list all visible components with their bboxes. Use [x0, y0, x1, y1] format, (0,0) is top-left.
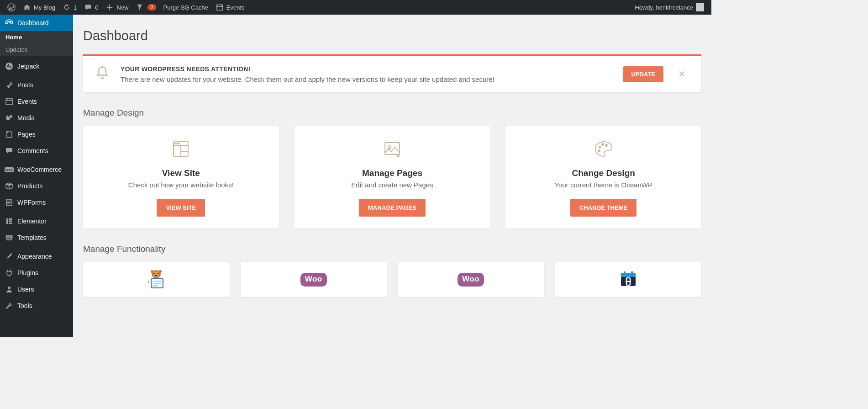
card-title: View Site — [92, 168, 270, 178]
sidebar-item-plugins[interactable]: Plugins — [0, 265, 73, 281]
sidebar-item-dashboard[interactable]: Dashboard — [0, 15, 73, 31]
events-link[interactable]: Events — [212, 0, 248, 15]
wpforms-mascot-icon — [145, 269, 168, 291]
sidebar-item-pages[interactable]: Pages — [0, 126, 73, 143]
purge-cache-link[interactable]: Purge SG Cache — [160, 0, 212, 15]
svg-point-10 — [8, 287, 11, 289]
wp-logo[interactable] — [4, 0, 19, 15]
svg-rect-33 — [621, 273, 636, 277]
events-calendar-icon — [619, 270, 637, 290]
close-icon[interactable]: ✕ — [673, 69, 690, 80]
sidebar-item-woocommerce[interactable]: woo WooCommerce — [0, 161, 73, 178]
pin-icon — [5, 80, 14, 90]
refresh-icon — [63, 3, 71, 11]
functionality-section-title: Manage Functionality — [83, 244, 701, 254]
image-icon — [304, 138, 481, 162]
svg-rect-9 — [9, 223, 12, 224]
card-change-design: Change Design Your current theme is Ocea… — [505, 126, 701, 228]
sidebar-item-events[interactable]: Events — [0, 93, 73, 110]
func-card-woo-2[interactable]: Woo — [398, 262, 544, 297]
page-icon — [5, 130, 14, 139]
func-card-events-calendar[interactable] — [555, 262, 702, 297]
svg-rect-35 — [631, 271, 633, 274]
svg-point-24 — [158, 273, 159, 275]
woo-logo-icon: Woo — [458, 273, 484, 287]
card-desc: Your current theme is OceanWP — [515, 181, 692, 189]
svg-rect-7 — [9, 218, 12, 220]
svg-rect-34 — [624, 271, 626, 274]
view-site-button[interactable]: VIEW SITE — [157, 199, 205, 217]
site-name: My Blog — [34, 4, 55, 11]
sidebar-item-comments[interactable]: Comments — [0, 143, 73, 159]
svg-point-12 — [175, 143, 176, 144]
svg-rect-15 — [385, 143, 400, 154]
plus-icon — [105, 3, 114, 11]
howdy-text: Howdy, henkfreelance — [635, 4, 693, 11]
admin-bar: My Blog 1 0 New 2 Purge SG Cache Events … — [0, 0, 711, 15]
jetpack-icon — [5, 62, 14, 71]
updates-count: 1 — [74, 4, 77, 11]
svg-point-25 — [155, 275, 157, 276]
svg-rect-30 — [153, 283, 162, 284]
media-icon — [5, 113, 14, 122]
calendar-icon — [216, 3, 224, 11]
user-icon — [5, 285, 14, 294]
admin-sidebar: Dashboard Home Updates Jetpack Posts Eve… — [0, 15, 73, 337]
woo-icon: woo — [5, 165, 14, 174]
bell-icon — [94, 65, 110, 83]
account-link[interactable]: Howdy, henkfreelance — [631, 0, 708, 15]
comments-link[interactable]: 0 — [80, 0, 102, 15]
svg-point-13 — [177, 143, 178, 144]
change-theme-button[interactable]: CHANGE THEME — [570, 199, 637, 217]
manage-pages-button[interactable]: MANAGE PAGES — [359, 199, 426, 217]
svg-point-2 — [5, 63, 13, 70]
dashboard-icon — [5, 18, 14, 27]
new-link[interactable]: New — [102, 0, 132, 15]
sidebar-item-products[interactable]: Products — [0, 178, 73, 194]
brush-icon — [5, 252, 14, 261]
func-card-woo-1[interactable]: Woo — [241, 262, 387, 297]
yoast-link[interactable]: 2 — [132, 0, 159, 15]
site-link[interactable]: My Blog — [19, 0, 59, 15]
yoast-icon — [136, 3, 144, 11]
wordpress-icon — [7, 3, 16, 11]
sidebar-item-tools[interactable]: Tools — [0, 297, 73, 314]
svg-rect-8 — [9, 221, 12, 222]
card-view-site: View Site Check out how your website loo… — [83, 126, 279, 228]
svg-point-4 — [10, 115, 12, 118]
sidebar-item-wpforms[interactable]: WPForms — [0, 194, 73, 211]
notice-message: YOUR WORDPRESS NEEDS ATTENTION! There ar… — [121, 65, 613, 83]
page-title: Dashboard — [83, 28, 701, 43]
svg-point-14 — [179, 143, 179, 144]
functionality-cards: Woo Woo — [83, 262, 701, 297]
sidebar-item-users[interactable]: Users — [0, 281, 73, 297]
sidebar-item-jetpack[interactable]: Jetpack — [0, 58, 73, 74]
sidebar-item-media[interactable]: Media — [0, 110, 73, 126]
sidebar-item-posts[interactable]: Posts — [0, 77, 73, 93]
updates-link[interactable]: 1 — [59, 0, 80, 15]
func-card-wpforms[interactable] — [83, 262, 230, 297]
sidebar-item-templates[interactable]: Templates — [0, 229, 73, 246]
sidebar-item-elementor[interactable]: Elementor — [0, 213, 73, 229]
sidebar-item-appearance[interactable]: Appearance — [0, 248, 73, 265]
sidebar-subitem-updates[interactable]: Updates — [0, 43, 73, 56]
update-button[interactable]: UPDATE — [623, 66, 663, 82]
events-label: Events — [226, 4, 245, 11]
products-icon — [5, 181, 14, 191]
yoast-badge: 2 — [147, 4, 156, 11]
sidebar-label: Dashboard — [17, 19, 49, 27]
notice-heading: YOUR WORDPRESS NEEDS ATTENTION! — [121, 65, 613, 73]
sidebar-subitem-home[interactable]: Home — [0, 31, 73, 43]
new-label: New — [116, 4, 128, 11]
card-manage-pages: Manage Pages Edit and create new Pages M… — [295, 126, 490, 228]
comments-count: 0 — [95, 4, 98, 11]
card-desc: Edit and create new Pages — [304, 181, 481, 189]
layout-icon — [92, 138, 270, 162]
svg-point-18 — [602, 143, 604, 145]
content-area: Dashboard YOUR WORDPRESS NEEDS ATTENTION… — [73, 15, 711, 337]
form-icon — [5, 198, 14, 207]
svg-point-27 — [159, 270, 162, 273]
design-section-title: Manage Design — [83, 108, 701, 118]
svg-rect-31 — [153, 285, 158, 287]
card-title: Change Design — [515, 168, 692, 178]
